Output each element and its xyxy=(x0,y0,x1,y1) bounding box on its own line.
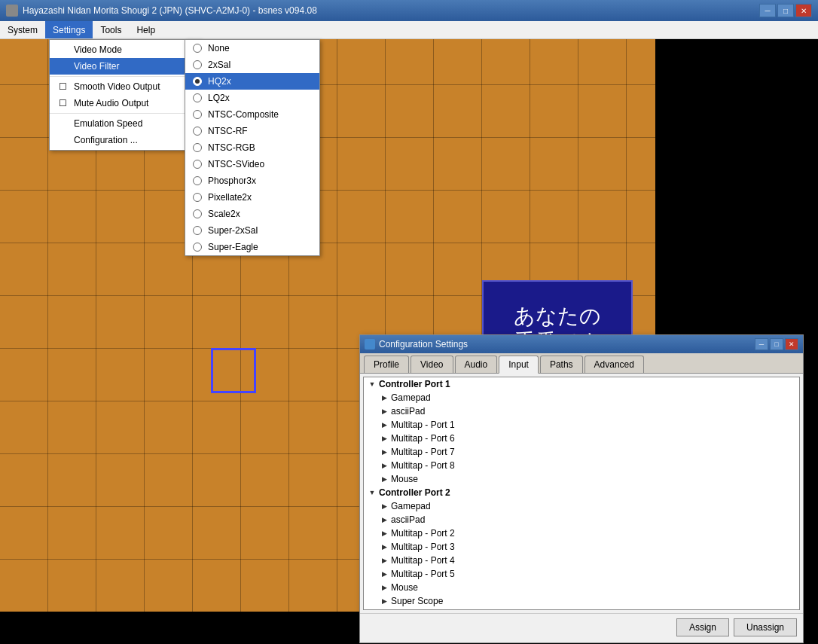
unassign-button[interactable]: Unassign xyxy=(734,618,797,636)
tree-item-arrow: ▶ xyxy=(379,514,389,525)
tree-content: ▼Controller Port 1▶Gamepad▶asciiPad▶Mult… xyxy=(364,377,799,610)
tree-group[interactable]: ▼Controller Port 1 xyxy=(364,377,799,391)
filter-option-none[interactable]: None xyxy=(185,40,319,56)
filter-option-ntsc-svideo[interactable]: NTSC-SVideo xyxy=(185,156,319,172)
radio-icon xyxy=(193,193,202,202)
filter-option-super-2xsai[interactable]: Super-2xSaI xyxy=(185,222,319,239)
radio-icon xyxy=(193,160,202,169)
tab-bar: Profile Video Audio Input Paths Advanced xyxy=(360,353,803,374)
tree-group[interactable]: ▼Controller Port 2 xyxy=(364,486,799,499)
smooth-video-check: ☐ xyxy=(59,81,74,92)
tree-item-arrow: ▶ xyxy=(379,582,389,593)
config-title: Configuration Settings xyxy=(379,339,755,349)
filter-option-2xsai[interactable]: 2xSaI xyxy=(185,56,319,73)
input-tree[interactable]: ▼Controller Port 1▶Gamepad▶asciiPad▶Mult… xyxy=(363,377,800,610)
filter-option-lq2x[interactable]: LQ2x xyxy=(185,90,319,106)
filter-label: None xyxy=(208,43,230,53)
expand-icon: ▼ xyxy=(367,379,377,389)
close-button[interactable]: ✕ xyxy=(795,4,812,17)
tab-audio[interactable]: Audio xyxy=(455,356,498,373)
tree-item[interactable]: ▶asciiPad xyxy=(364,513,799,526)
tree-item-arrow: ▶ xyxy=(379,569,389,579)
tree-item-label: Multitap - Port 6 xyxy=(391,433,455,444)
tree-item-arrow: ▶ xyxy=(379,555,389,566)
filter-option-ntsc-rf[interactable]: NTSC-RF xyxy=(185,123,319,139)
tree-item-label: Gamepad xyxy=(391,501,431,511)
tree-item[interactable]: ▶Multitap - Port 2 xyxy=(364,526,799,540)
menu-section-1: Video Mode ▶ Video Filter ▶ xyxy=(50,40,200,77)
config-close-btn[interactable]: ✕ xyxy=(785,338,798,350)
config-minimize-btn[interactable]: ─ xyxy=(755,338,768,350)
tree-item[interactable]: ▶Multitap - Port 7 xyxy=(364,445,799,459)
menu-video-filter[interactable]: Video Filter ▶ xyxy=(50,58,200,75)
title-bar-buttons: ─ □ ✕ xyxy=(759,4,812,17)
tree-item[interactable]: ▶Mouse xyxy=(364,581,799,594)
filter-label: 2xSaI xyxy=(208,60,231,70)
tree-item-arrow: ▶ xyxy=(379,420,389,430)
menu-emulation-speed[interactable]: Emulation Speed ▶ xyxy=(50,115,200,132)
tree-item[interactable]: ▶Justifier 1 xyxy=(364,608,799,610)
config-maximize-btn[interactable]: □ xyxy=(770,338,783,350)
tab-paths[interactable]: Paths xyxy=(540,356,583,373)
tree-item[interactable]: ▶Gamepad xyxy=(364,391,799,404)
radio-icon xyxy=(193,93,202,102)
filter-option-super-eagle[interactable]: Super-Eagle xyxy=(185,239,319,255)
tree-item-label: Justifier 1 xyxy=(391,609,429,610)
tree-item[interactable]: ▶Super Scope xyxy=(364,594,799,608)
assign-button[interactable]: Assign xyxy=(676,618,729,636)
radio-icon xyxy=(193,143,202,152)
main-title-bar: Hayazashi Nidan Morita Shougi 2 (JPN) (S… xyxy=(0,0,818,21)
radio-icon xyxy=(193,110,202,119)
group-label: Controller Port 2 xyxy=(379,487,450,498)
tree-item[interactable]: ▶asciiPad xyxy=(364,404,799,418)
filter-label: Phosphor3x xyxy=(208,175,256,186)
settings-menu: Video Mode ▶ Video Filter ▶ ☐ Smooth Vid… xyxy=(50,40,200,150)
tree-item[interactable]: ▶Gamepad xyxy=(364,499,799,513)
tree-item-arrow: ▶ xyxy=(379,406,389,417)
menu-help[interactable]: Help xyxy=(129,21,163,38)
tree-item-arrow: ▶ xyxy=(379,433,389,444)
filter-option-phosphor3x[interactable]: Phosphor3x xyxy=(185,172,319,189)
filter-option-ntsc-rgb[interactable]: NTSC-RGB xyxy=(185,139,319,156)
filter-option-ntsc-composite[interactable]: NTSC-Composite xyxy=(185,106,319,123)
filter-option-scale2x[interactable]: Scale2x xyxy=(185,206,319,222)
tab-input[interactable]: Input xyxy=(499,356,539,374)
menu-mute-audio[interactable]: ☐ Mute Audio Output xyxy=(50,95,200,111)
tree-item[interactable]: ▶Multitap - Port 4 xyxy=(364,554,799,567)
filter-label: Pixellate2x xyxy=(208,192,252,203)
radio-icon xyxy=(193,60,202,69)
tree-item[interactable]: ▶Multitap - Port 6 xyxy=(364,432,799,445)
tab-advanced[interactable]: Advanced xyxy=(585,356,644,373)
minimize-button[interactable]: ─ xyxy=(759,4,776,17)
group-label: Controller Port 1 xyxy=(379,379,450,389)
config-bottom-bar: Assign Unassign xyxy=(360,613,803,641)
tree-item[interactable]: ▶Multitap - Port 5 xyxy=(364,567,799,581)
menu-tools[interactable]: Tools xyxy=(93,21,129,38)
filter-option-hq2x[interactable]: HQ2x xyxy=(185,73,319,90)
tree-item[interactable]: ▶Multitap - Port 8 xyxy=(364,459,799,472)
tree-item[interactable]: ▶Multitap - Port 1 xyxy=(364,418,799,432)
menu-section-2: ☐ Smooth Video Output ☐ Mute Audio Outpu… xyxy=(50,77,200,114)
menu-smooth-video[interactable]: ☐ Smooth Video Output xyxy=(50,78,200,95)
radio-icon xyxy=(193,243,202,252)
tree-item-arrow: ▶ xyxy=(379,447,389,457)
tree-item[interactable]: ▶Multitap - Port 3 xyxy=(364,540,799,554)
tree-item-label: Gamepad xyxy=(391,392,431,403)
video-filter-submenu: None2xSaIHQ2xLQ2xNTSC-CompositeNTSC-RFNT… xyxy=(185,39,320,256)
menu-configuration[interactable]: Configuration ... xyxy=(50,132,200,148)
config-title-bar: Configuration Settings ─ □ ✕ xyxy=(360,335,803,353)
tree-item-label: Multitap - Port 3 xyxy=(391,542,455,552)
filter-option-pixellate2x[interactable]: Pixellate2x xyxy=(185,189,319,206)
menu-video-mode[interactable]: Video Mode ▶ xyxy=(50,41,200,58)
filter-label: Scale2x xyxy=(208,209,240,219)
tree-item-arrow: ▶ xyxy=(379,392,389,403)
menu-settings[interactable]: Settings xyxy=(45,21,93,38)
menu-system[interactable]: System xyxy=(0,21,45,38)
tab-profile[interactable]: Profile xyxy=(364,356,409,373)
filter-label: NTSC-RGB xyxy=(208,142,255,153)
tree-item[interactable]: ▶Mouse xyxy=(364,472,799,486)
tree-item-arrow: ▶ xyxy=(379,542,389,552)
maximize-button[interactable]: □ xyxy=(777,4,794,17)
tab-video[interactable]: Video xyxy=(411,356,453,373)
tree-item-label: Multitap - Port 1 xyxy=(391,420,455,430)
